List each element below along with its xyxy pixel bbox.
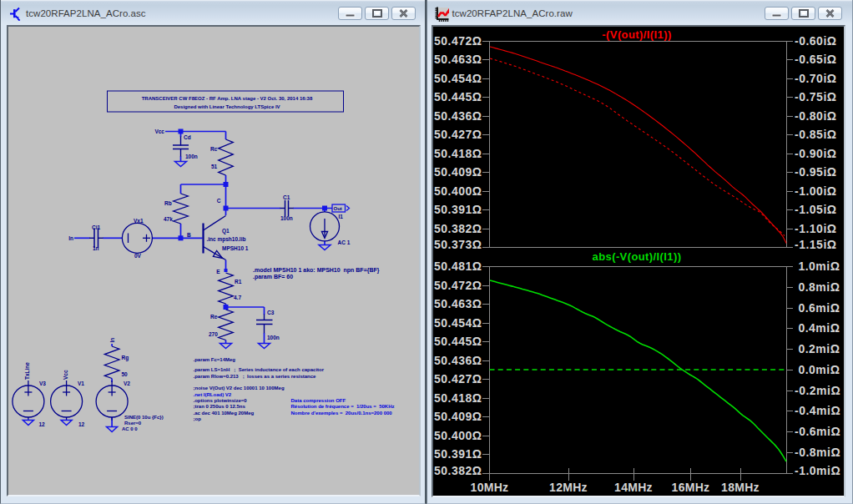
svg-text:50.454Ω: 50.454Ω — [434, 72, 482, 85]
svg-text:50.373Ω: 50.373Ω — [434, 238, 482, 251]
svg-text:50.472Ω: 50.472Ω — [434, 34, 482, 48]
svg-text:50.400Ω: 50.400Ω — [434, 429, 482, 442]
svg-text:50.409Ω: 50.409Ω — [434, 165, 482, 179]
svg-text:50.391Ω: 50.391Ω — [434, 447, 482, 461]
svg-text:AC 1: AC 1 — [338, 239, 351, 245]
svg-text:.param Rlow=0.213 ; losses: .param Rlow=0.213 ; losses as a series r… — [194, 374, 317, 379]
svg-text:100n: 100n — [267, 335, 280, 340]
svg-text:Re: Re — [210, 314, 218, 320]
svg-text:1.0miΩ: 1.0miΩ — [795, 260, 840, 273]
svg-text:50.382Ω: 50.382Ω — [434, 222, 482, 235]
svg-text:12: 12 — [78, 421, 85, 427]
svg-text:0.6miΩ: 0.6miΩ — [795, 301, 840, 315]
svg-text:I1: I1 — [339, 214, 344, 219]
svg-text:-0.75iΩ: -0.75iΩ — [795, 90, 837, 103]
svg-text:50.454Ω: 50.454Ω — [434, 316, 482, 330]
svg-text:-0.70iΩ: -0.70iΩ — [795, 72, 837, 85]
svg-text:50.472Ω: 50.472Ω — [434, 279, 482, 292]
svg-text:50.463Ω: 50.463Ω — [434, 53, 482, 66]
svg-text:Q1: Q1 — [222, 228, 230, 234]
svg-text:.param LS=1nH ; Series indu: .param LS=1nH ; Series inductance of eac… — [194, 367, 325, 372]
svg-text:50.418Ω: 50.418Ω — [434, 391, 482, 405]
svg-text:.param BF= 60: .param BF= 60 — [253, 274, 293, 280]
svg-text:.options plotwinsize=0: .options plotwinsize=0 — [194, 398, 248, 403]
svg-text:14MHz: 14MHz — [614, 481, 653, 494]
svg-text:50.436Ω: 50.436Ω — [434, 109, 482, 123]
svg-text:-0.85iΩ: -0.85iΩ — [795, 128, 837, 141]
svg-text:C: C — [217, 198, 221, 204]
svg-text:Résolution de fréquence = 1/2: Résolution de fréquence = 1/20us = 50KHz — [291, 404, 395, 409]
svg-text:Out: Out — [334, 206, 342, 211]
svg-text:50.436Ω: 50.436Ω — [434, 354, 482, 367]
svg-text:50.463Ω: 50.463Ω — [434, 297, 482, 310]
svg-text:.param Fc=14Meg: .param Fc=14Meg — [194, 357, 236, 362]
svg-text:50.391Ω: 50.391Ω — [434, 203, 482, 216]
svg-text:Vcc: Vcc — [154, 129, 164, 134]
svg-text:;noise V(Out) V2 dec 10001 10: ;noise V(Out) V2 dec 10001 10 100Meg — [194, 386, 285, 391]
svg-text:-0.4miΩ: -0.4miΩ — [795, 404, 840, 417]
svg-text:10MHz: 10MHz — [471, 481, 509, 494]
svg-text:.net I(RLoad) V2: .net I(RLoad) V2 — [194, 392, 232, 397]
svg-text:Rc: Rc — [210, 146, 218, 152]
svg-text:270: 270 — [209, 331, 218, 337]
svg-text:-0.90iΩ: -0.90iΩ — [795, 147, 837, 160]
svg-text:50.427Ω: 50.427Ω — [434, 128, 482, 141]
svg-text:C3: C3 — [267, 310, 275, 315]
svg-text:-1.05iΩ: -1.05iΩ — [795, 203, 837, 216]
svg-text:In: In — [109, 338, 115, 343]
svg-text:50.400Ω: 50.400Ω — [434, 184, 482, 198]
svg-text:1n: 1n — [93, 245, 99, 251]
svg-text:-1.10iΩ: -1.10iΩ — [795, 222, 837, 235]
svg-text:MPSH10 1: MPSH10 1 — [222, 245, 249, 251]
svg-text:;op: ;op — [194, 416, 202, 421]
svg-text:51: 51 — [211, 164, 218, 169]
svg-text:-1.00iΩ: -1.00iΩ — [795, 184, 837, 198]
svg-text:-1.0miΩ: -1.0miΩ — [795, 464, 840, 477]
svg-text:.inc mpsh10.lib: .inc mpsh10.lib — [207, 236, 246, 243]
svg-text:Rb: Rb — [164, 200, 172, 206]
svg-text:TRANSCEIVER CW F8EOZ - RF Amp.: TRANSCEIVER CW F8EOZ - RF Amp. LNA stage… — [142, 96, 313, 101]
svg-text:-0.95iΩ: -0.95iΩ — [795, 165, 837, 179]
svg-text:4.7: 4.7 — [234, 295, 241, 300]
svg-text:-0.65iΩ: -0.65iΩ — [795, 53, 837, 66]
svg-text:-1.15iΩ: -1.15iΩ — [795, 238, 837, 251]
svg-text:0.2miΩ: 0.2miΩ — [795, 342, 840, 355]
svg-text:V2: V2 — [124, 381, 130, 386]
svg-text:V1: V1 — [78, 381, 84, 386]
svg-text:50.382Ω: 50.382Ω — [434, 464, 482, 477]
svg-text:12: 12 — [39, 421, 46, 427]
svg-text:0V: 0V — [134, 253, 142, 259]
svg-text:Cd: Cd — [184, 134, 191, 140]
svg-text:50.418Ω: 50.418Ω — [434, 147, 482, 160]
svg-text:In: In — [68, 235, 73, 241]
svg-text:Vcc: Vcc — [63, 370, 68, 380]
svg-text:-0.8miΩ: -0.8miΩ — [795, 446, 840, 459]
svg-text:16MHz: 16MHz — [672, 481, 710, 494]
svg-text:abs(-V(out)/I(I1)): abs(-V(out)/I(I1)) — [593, 250, 682, 263]
svg-text:50: 50 — [122, 371, 129, 377]
svg-text:.model MPSH10 1 ako: MPSH10 n: .model MPSH10 1 ako: MPSH10 npn BF={BF} — [253, 267, 380, 274]
svg-text:50.427Ω: 50.427Ω — [434, 372, 482, 386]
svg-text:TxLine: TxLine — [24, 362, 30, 380]
svg-text:12MHz: 12MHz — [549, 481, 588, 494]
svg-text:V3: V3 — [39, 381, 46, 386]
svg-text:50.409Ω: 50.409Ω — [434, 410, 482, 423]
svg-text:47k: 47k — [164, 216, 173, 222]
svg-text:-0.60iΩ: -0.60iΩ — [795, 34, 837, 48]
svg-text:-(V(out)/I(I1)): -(V(out)/I(I1)) — [602, 28, 671, 41]
svg-text:Data compression OFF: Data compression OFF — [291, 398, 346, 403]
svg-text:SINE(0 10u {Fc}): SINE(0 10u {Fc}) — [124, 415, 164, 420]
svg-text:50.481Ω: 50.481Ω — [434, 260, 482, 273]
svg-text:Designed with Linear Technolog: Designed with Linear Technology LTSpice … — [174, 104, 280, 109]
svg-text:-0.2miΩ: -0.2miΩ — [795, 384, 840, 397]
svg-text:Ci1: Ci1 — [92, 224, 101, 230]
svg-text:Vx1: Vx1 — [134, 218, 144, 224]
svg-text:50.445Ω: 50.445Ω — [434, 90, 482, 103]
svg-text:AC 0 0: AC 0 0 — [122, 426, 138, 431]
svg-text:-0.80iΩ: -0.80iΩ — [795, 109, 837, 123]
svg-text:-0.6miΩ: -0.6miΩ — [795, 425, 840, 438]
svg-text:E: E — [216, 269, 220, 275]
svg-text:Nombre d'exemples = 20us/0.1n: Nombre d'exemples = 20us/0.1ns=200 000 — [291, 411, 393, 416]
svg-text:Rser=0: Rser=0 — [124, 421, 142, 426]
svg-text:100n: 100n — [280, 215, 293, 221]
